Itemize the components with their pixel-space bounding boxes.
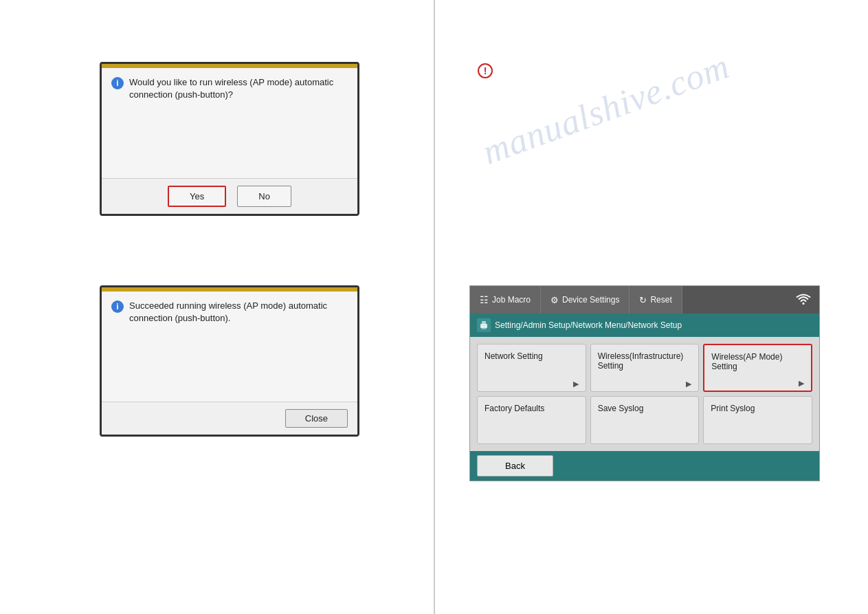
job-macro-label: Job Macro <box>492 295 531 305</box>
dialog-2-content: i Succeeded running wireless (AP mode) a… <box>102 292 357 402</box>
yes-button[interactable]: Yes <box>168 186 226 207</box>
printer-ui: ☷ Job Macro ⚙ Device Settings ↻ Reset <box>469 285 820 481</box>
back-button[interactable]: Back <box>477 455 553 476</box>
wifi-button[interactable] <box>788 286 819 314</box>
menu-button-label-5: Print Syslog <box>711 404 805 413</box>
menu-grid: Network Setting▶Wireless(Infrastructure)… <box>470 337 819 451</box>
menu-button-1[interactable]: Wireless(Infrastructure) Setting▶ <box>590 344 700 392</box>
toolbar: ☷ Job Macro ⚙ Device Settings ↻ Reset <box>470 286 819 314</box>
wifi-icon <box>796 294 811 306</box>
dialog-2-footer: Close <box>102 402 357 435</box>
dialog-1-header: i Would you like to run wireless (AP mod… <box>111 76 348 101</box>
menu-button-0[interactable]: Network Setting▶ <box>477 344 586 392</box>
menu-button-label-3: Factory Defaults <box>485 404 579 413</box>
menu-button-4[interactable]: Save Syslog <box>590 396 700 444</box>
right-panel: ! manualshive.com ☷ Job Macro ⚙ Device S… <box>435 0 868 614</box>
breadcrumb-icon <box>477 318 491 332</box>
menu-button-3[interactable]: Factory Defaults <box>477 396 586 444</box>
menu-button-label-2: Wireless(AP Mode) Setting <box>711 352 804 371</box>
device-settings-icon: ⚙ <box>550 295 559 305</box>
dialog-1: i Would you like to run wireless (AP mod… <box>100 62 359 216</box>
no-button[interactable]: No <box>237 186 291 207</box>
dialog-2: i Succeeded running wireless (AP mode) a… <box>100 285 359 437</box>
dialog-1-content: i Would you like to run wireless (AP mod… <box>102 68 357 178</box>
toolbar-spacer <box>682 286 788 314</box>
dialog-2-header: i Succeeded running wireless (AP mode) a… <box>111 300 348 325</box>
svg-point-0 <box>803 303 805 305</box>
warning-icon: ! <box>478 63 493 78</box>
reset-button[interactable]: ↻ Reset <box>630 286 682 314</box>
menu-button-label-4: Save Syslog <box>598 404 692 413</box>
job-macro-icon: ☷ <box>480 294 489 305</box>
menu-button-arrow-0: ▶ <box>485 380 579 388</box>
menu-button-label-0: Network Setting <box>485 351 579 361</box>
watermark: manualshive.com <box>478 46 735 172</box>
dialog-1-message: Would you like to run wireless (AP mode)… <box>129 76 348 101</box>
printer-icon <box>479 320 489 330</box>
menu-button-2[interactable]: Wireless(AP Mode) Setting▶ <box>703 344 812 392</box>
reset-label: Reset <box>650 295 671 305</box>
dialog-2-message: Succeeded running wireless (AP mode) aut… <box>129 300 348 325</box>
menu-button-arrow-2: ▶ <box>711 379 804 388</box>
close-button[interactable]: Close <box>285 409 348 428</box>
device-settings-button[interactable]: ⚙ Device Settings <box>541 286 630 314</box>
breadcrumb-text: Setting/Admin Setup/Network Menu/Network… <box>495 320 682 330</box>
back-bar: Back <box>470 451 819 481</box>
svg-rect-2 <box>482 321 486 325</box>
reset-icon: ↻ <box>639 295 647 305</box>
device-settings-label: Device Settings <box>562 295 619 305</box>
info-icon-2: i <box>111 300 124 313</box>
menu-button-label-1: Wireless(Infrastructure) Setting <box>598 351 692 371</box>
job-macro-button[interactable]: ☷ Job Macro <box>470 286 541 314</box>
dialog-1-footer: Yes No <box>102 178 357 214</box>
left-panel: i Would you like to run wireless (AP mod… <box>0 0 434 614</box>
breadcrumb-bar: Setting/Admin Setup/Network Menu/Network… <box>470 314 819 337</box>
menu-button-arrow-1: ▶ <box>598 380 692 388</box>
info-icon-1: i <box>111 77 124 89</box>
menu-button-5[interactable]: Print Syslog <box>703 396 812 444</box>
